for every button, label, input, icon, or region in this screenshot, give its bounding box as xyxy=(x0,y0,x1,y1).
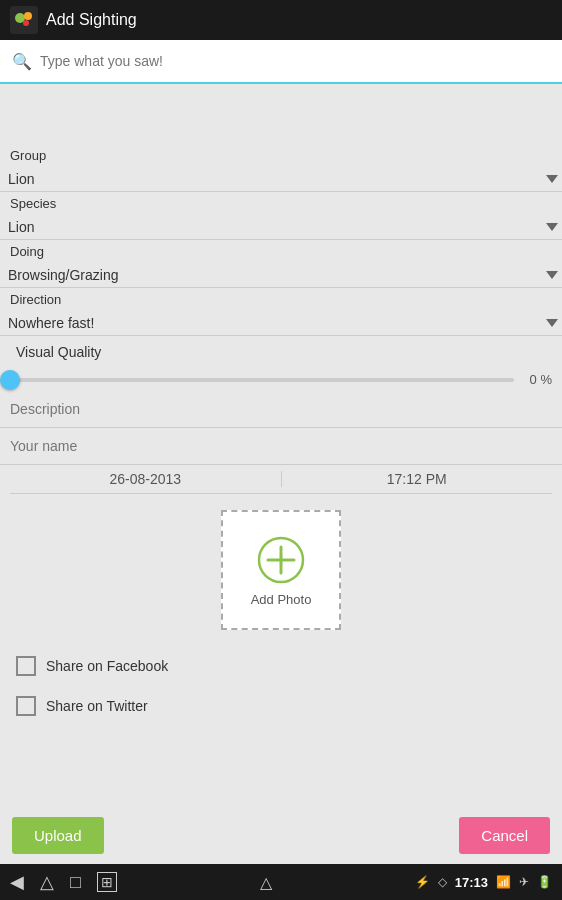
doing-value: Browsing/Grazing xyxy=(8,267,546,283)
facebook-row: Share on Facebook xyxy=(0,646,562,686)
svg-point-3 xyxy=(23,20,29,26)
usb-icon: ⚡ xyxy=(415,875,430,889)
species-dropdown-arrow xyxy=(546,223,558,231)
species-value: Lion xyxy=(8,219,546,235)
bottom-buttons: Upload Cancel xyxy=(0,806,562,864)
direction-field[interactable]: Nowhere fast! xyxy=(0,311,562,336)
doing-field[interactable]: Browsing/Grazing xyxy=(0,263,562,288)
facebook-checkbox[interactable] xyxy=(16,656,36,676)
visual-quality-label: Visual Quality xyxy=(16,344,101,360)
visual-quality-slider-row: 0 % xyxy=(0,364,562,391)
direction-value: Nowhere fast! xyxy=(8,315,546,331)
species-label-row: Species xyxy=(0,192,562,215)
signal-icon: ◇ xyxy=(438,875,447,889)
app-title: Add Sighting xyxy=(46,11,137,29)
direction-dropdown-arrow xyxy=(546,319,558,327)
add-photo-icon xyxy=(255,534,307,586)
add-photo-label: Add Photo xyxy=(251,592,312,607)
nav-icons-left: ◀ △ □ ⊞ xyxy=(10,871,117,893)
description-row xyxy=(0,391,562,428)
species-label: Species xyxy=(10,196,552,211)
species-field[interactable]: Lion xyxy=(0,215,562,240)
doing-dropdown-arrow xyxy=(546,271,558,279)
twitter-checkbox[interactable] xyxy=(16,696,36,716)
direction-label-row: Direction xyxy=(0,288,562,311)
group-dropdown-arrow xyxy=(546,175,558,183)
search-icon: 🔍 xyxy=(12,52,32,71)
nav-time: 17:13 xyxy=(455,875,488,890)
date-cell[interactable]: 26-08-2013 xyxy=(10,471,282,487)
airplane-icon: ✈ xyxy=(519,875,529,889)
group-label: Group xyxy=(10,148,552,163)
slider-percent: 0 % xyxy=(522,372,552,387)
svg-point-2 xyxy=(24,12,32,20)
upload-button[interactable]: Upload xyxy=(12,817,104,854)
nav-icons-right: ⚡ ◇ 17:13 📶 ✈ 🔋 xyxy=(415,875,552,890)
datetime-row: 26-08-2013 17:12 PM xyxy=(10,465,552,494)
slider-thumb[interactable] xyxy=(0,370,20,390)
group-value: Lion xyxy=(8,171,546,187)
app-bar: Add Sighting xyxy=(0,0,562,40)
description-input[interactable] xyxy=(10,397,552,421)
cancel-button[interactable]: Cancel xyxy=(459,817,550,854)
nav-bar: ◀ △ □ ⊞ △ ⚡ ◇ 17:13 📶 ✈ 🔋 xyxy=(0,864,562,900)
add-photo-section: Add Photo xyxy=(0,494,562,646)
direction-label: Direction xyxy=(10,292,552,307)
wifi-icon: 📶 xyxy=(496,875,511,889)
main-content: Group Lion Species Lion Doing Browsing/G… xyxy=(0,84,562,806)
recents-icon[interactable]: □ xyxy=(70,872,81,893)
group-field[interactable]: Lion xyxy=(0,167,562,192)
add-photo-button[interactable]: Add Photo xyxy=(221,510,341,630)
doing-label: Doing xyxy=(10,244,552,259)
your-name-input[interactable] xyxy=(10,434,552,458)
twitter-row: Share on Twitter xyxy=(0,686,562,726)
slider-track[interactable] xyxy=(10,378,514,382)
home-icon[interactable]: △ xyxy=(40,871,54,893)
group-label-row: Group xyxy=(0,144,562,167)
time-cell[interactable]: 17:12 PM xyxy=(282,471,553,487)
search-input[interactable] xyxy=(40,53,550,69)
qr-icon[interactable]: ⊞ xyxy=(97,872,117,892)
your-name-row xyxy=(0,428,562,465)
visual-quality-section: Visual Quality xyxy=(0,336,562,364)
facebook-label: Share on Facebook xyxy=(46,658,168,674)
doing-label-row: Doing xyxy=(0,240,562,263)
back-icon[interactable]: ◀ xyxy=(10,871,24,893)
twitter-label: Share on Twitter xyxy=(46,698,148,714)
nav-center-icon: △ xyxy=(260,873,272,892)
app-icon xyxy=(10,6,38,34)
search-bar: 🔍 xyxy=(0,40,562,84)
battery-icon: 🔋 xyxy=(537,875,552,889)
